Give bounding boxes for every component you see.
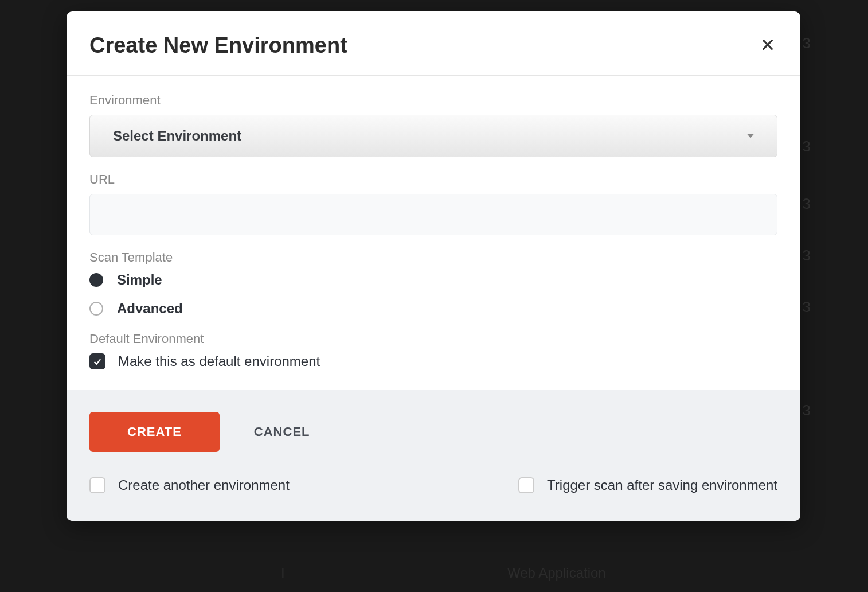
environment-field-group: Environment Select Environment: [89, 93, 777, 157]
bg-text-left: I: [281, 565, 285, 581]
default-environment-group: Default Environment Make this as default…: [89, 332, 777, 369]
bg-digit: 3: [803, 138, 811, 155]
modal-title: Create New Environment: [89, 33, 347, 58]
environment-label: Environment: [89, 93, 777, 108]
bg-text-right: Web Application: [507, 565, 606, 581]
bg-digit: 3: [803, 247, 811, 264]
radio-simple[interactable]: Simple: [89, 272, 777, 288]
close-icon: [761, 37, 774, 54]
radio-simple-label: Simple: [117, 272, 162, 288]
create-environment-modal: Create New Environment Environment Selec…: [67, 11, 800, 521]
default-environment-label: Default Environment: [89, 332, 777, 346]
modal-body: Environment Select Environment URL Scan …: [67, 76, 800, 390]
close-button[interactable]: [758, 34, 777, 57]
checkbox-icon: [89, 477, 105, 493]
radio-icon: [89, 302, 103, 316]
trigger-scan-label: Trigger scan after saving environment: [547, 477, 777, 493]
url-input[interactable]: [89, 194, 777, 235]
checkbox-icon: [89, 353, 105, 369]
default-environment-checkbox-label: Make this as default environment: [118, 353, 320, 369]
url-label: URL: [89, 172, 777, 187]
radio-advanced-label: Advanced: [117, 301, 183, 317]
cancel-button[interactable]: CANCEL: [254, 424, 310, 439]
scan-template-group: Scan Template Simple Advanced: [89, 250, 777, 317]
trigger-scan-checkbox[interactable]: Trigger scan after saving environment: [518, 477, 777, 493]
radio-icon: [89, 273, 103, 287]
checkbox-icon: [518, 477, 534, 493]
bg-digit: 3: [803, 34, 811, 52]
environment-select[interactable]: Select Environment: [89, 115, 777, 157]
create-another-label: Create another environment: [118, 477, 290, 493]
bg-digit: 3: [803, 195, 811, 213]
environment-select-value: Select Environment: [113, 128, 241, 144]
url-field-group: URL: [89, 172, 777, 235]
modal-footer: CREATE CANCEL Create another environment…: [67, 390, 800, 521]
modal-header: Create New Environment: [67, 11, 800, 76]
scan-template-label: Scan Template: [89, 250, 777, 265]
default-environment-checkbox[interactable]: Make this as default environment: [89, 353, 777, 369]
create-button[interactable]: CREATE: [89, 412, 220, 452]
create-another-checkbox[interactable]: Create another environment: [89, 477, 290, 493]
footer-options: Create another environment Trigger scan …: [89, 477, 777, 493]
caret-down-icon: [747, 134, 754, 138]
bg-digit: 3: [803, 402, 811, 419]
bg-digit: 3: [803, 298, 811, 316]
footer-buttons: CREATE CANCEL: [89, 412, 777, 452]
radio-advanced[interactable]: Advanced: [89, 301, 777, 317]
